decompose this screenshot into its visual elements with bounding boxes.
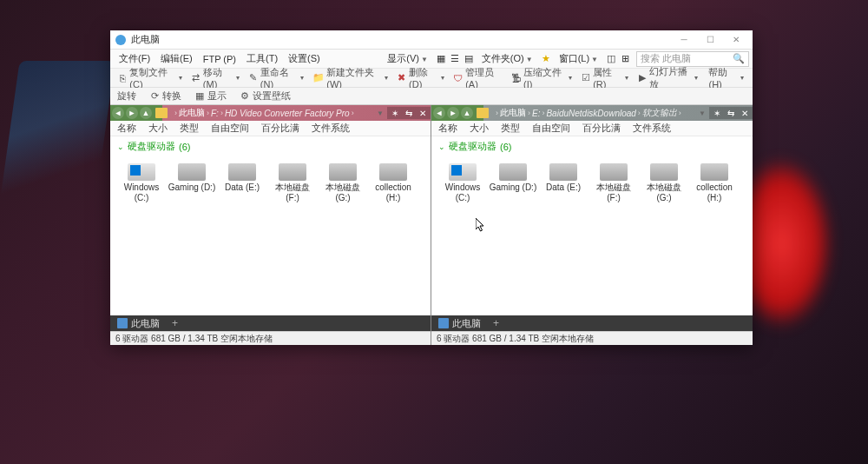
drive-item[interactable]: Windows (C:) — [438, 160, 487, 207]
right-tab[interactable]: 此电脑 — [431, 315, 488, 331]
folder-icon[interactable] — [155, 108, 168, 118]
delete-icon: ✖ — [397, 72, 407, 84]
titlebar[interactable]: 此电脑 ─ ☐ ✕ — [110, 30, 753, 50]
wallpaper-button[interactable]: ⚙设置壁纸 — [235, 88, 294, 104]
path-f1[interactable]: BaiduNetdiskDownload — [546, 109, 635, 118]
maximize-button[interactable]: ☐ — [697, 31, 723, 49]
show-button[interactable]: ▦显示 — [190, 88, 230, 104]
chevron-right-icon: › — [679, 109, 681, 117]
addr-close-icon[interactable]: ✕ — [739, 107, 751, 119]
app-icon — [114, 33, 128, 47]
col-fs[interactable]: 文件系统 — [633, 122, 671, 135]
chevron-right-icon: › — [220, 109, 223, 117]
nav-up-button[interactable]: ▲ — [461, 107, 473, 119]
col-type[interactable]: 类型 — [180, 122, 199, 135]
addr-star-icon[interactable]: ✶ — [711, 107, 723, 119]
path-drive[interactable]: E: — [532, 109, 540, 118]
col-free[interactable]: 自由空间 — [532, 122, 570, 135]
properties-icon: ☑ — [581, 72, 591, 84]
col-type[interactable]: 类型 — [501, 122, 520, 135]
col-free[interactable]: 自由空间 — [211, 122, 249, 135]
group-count: (6) — [179, 142, 190, 152]
drive-label: Windows (C:) — [117, 182, 166, 203]
drive-item[interactable]: Gaming (D:) — [489, 160, 537, 207]
slideshow-icon: ▶ — [637, 72, 648, 84]
col-fs[interactable]: 文件系统 — [312, 122, 350, 135]
close-button[interactable]: ✕ — [723, 31, 749, 49]
group-count: (6) — [500, 142, 511, 152]
chevron-down-icon: ▼ — [421, 56, 428, 63]
nav-up-button[interactable]: ▲ — [140, 107, 152, 119]
col-name[interactable]: 名称 — [438, 122, 457, 135]
show-icon: ▦ — [194, 90, 206, 103]
drive-item[interactable]: 本地磁盘 (G:) — [319, 160, 367, 207]
drive-label: Data (E:) — [225, 182, 260, 193]
layout-icon-1[interactable]: ◫ — [605, 53, 617, 65]
minimize-button[interactable]: ─ — [671, 31, 697, 49]
nav-back-button[interactable]: ◄ — [433, 107, 445, 119]
chevron-down-icon: ▾ — [385, 74, 388, 82]
convert-button[interactable]: ⟳转换 — [145, 88, 185, 104]
windows-drive-icon — [128, 163, 155, 181]
right-statusbar: 6 驱动器 681 GB / 1.34 TB 空闲本地存储 — [431, 331, 753, 345]
drive-item[interactable]: Gaming (D:) — [168, 160, 216, 207]
drive-group-header[interactable]: ⌄ 硬盘驱动器 (6) — [431, 136, 753, 156]
path-drive[interactable]: F: — [211, 109, 219, 118]
spin-button[interactable]: 旋转 — [114, 88, 140, 104]
right-column-headers: 名称 大小 类型 自由空间 百分比满 文件系统 — [431, 121, 753, 136]
add-tab-button[interactable]: + — [167, 317, 183, 329]
toolbar-primary: ⎘复制文件(C)▾ ⇄移动(M)▾ ✎重命名(N)▾ 📁新建文件夹(W)▾ ✖删… — [110, 69, 753, 88]
add-tab-button[interactable]: + — [488, 317, 504, 329]
star-icon[interactable]: ★ — [540, 53, 552, 65]
move-icon: ⇄ — [191, 72, 201, 84]
drive-label: collection (H:) — [369, 182, 418, 203]
drive-group-header[interactable]: ⌄ 硬盘驱动器 (6) — [110, 136, 431, 156]
drive-item[interactable]: 本地磁盘 (G:) — [640, 160, 688, 207]
chevron-down-icon: ▾ — [441, 74, 444, 82]
path-dropdown[interactable]: ▼ — [695, 109, 709, 117]
drive-item[interactable]: Windows (C:) — [117, 160, 166, 207]
gear-icon: ⚙ — [239, 90, 251, 103]
search-icon[interactable]: 🔍 — [733, 53, 745, 64]
col-percent[interactable]: 百分比满 — [261, 122, 299, 135]
convert-icon: ⟳ — [148, 90, 161, 103]
drive-item[interactable]: Data (E:) — [539, 160, 588, 207]
folder-icon[interactable] — [477, 108, 489, 118]
path-dropdown[interactable]: ▼ — [373, 109, 387, 117]
path-root[interactable]: 此电脑 — [500, 107, 526, 119]
col-percent[interactable]: 百分比满 — [582, 122, 621, 135]
copy-icon: ⎘ — [117, 72, 128, 84]
path-folder[interactable]: HD Video Converter Factory Pro — [225, 109, 350, 118]
hdd-drive-icon — [379, 163, 407, 181]
path-root[interactable]: 此电脑 — [179, 107, 205, 119]
addr-star-icon[interactable]: ✶ — [389, 107, 401, 119]
view-icon-1[interactable]: ▦ — [435, 53, 447, 65]
drive-item[interactable]: Data (E:) — [218, 160, 266, 207]
layout-icon-2[interactable]: ⊞ — [619, 53, 631, 65]
drive-label: Data (E:) — [546, 182, 581, 193]
addr-lock-icon[interactable]: ⇆ — [403, 107, 415, 119]
chevron-right-icon: › — [638, 109, 641, 117]
chevron-down-icon: ▾ — [300, 74, 304, 82]
col-size[interactable]: 大小 — [470, 122, 489, 135]
drive-item[interactable]: collection (H:) — [369, 160, 418, 207]
view-icon-3[interactable]: ▤ — [463, 53, 475, 65]
drive-item[interactable]: 本地磁盘 (F:) — [589, 160, 638, 207]
nav-forward-button[interactable]: ► — [126, 107, 138, 119]
windows-drive-icon — [449, 163, 477, 181]
drive-label: Gaming (D:) — [490, 182, 536, 193]
path-f2[interactable]: 软文输出 — [642, 107, 677, 119]
window-title: 此电脑 — [131, 33, 671, 46]
drive-item[interactable]: collection (H:) — [690, 160, 739, 207]
drive-label: 本地磁盘 (G:) — [640, 182, 688, 203]
nav-back-button[interactable]: ◄ — [112, 107, 124, 119]
chevron-down-icon: ▾ — [740, 74, 744, 82]
col-name[interactable]: 名称 — [117, 122, 136, 135]
drive-item[interactable]: 本地磁盘 (F:) — [268, 160, 317, 207]
addr-close-icon[interactable]: ✕ — [417, 107, 429, 119]
nav-forward-button[interactable]: ► — [447, 107, 459, 119]
left-tab[interactable]: 此电脑 — [110, 315, 167, 331]
view-icon-2[interactable]: ☰ — [449, 53, 461, 65]
addr-lock-icon[interactable]: ⇆ — [725, 107, 737, 119]
col-size[interactable]: 大小 — [148, 122, 168, 135]
